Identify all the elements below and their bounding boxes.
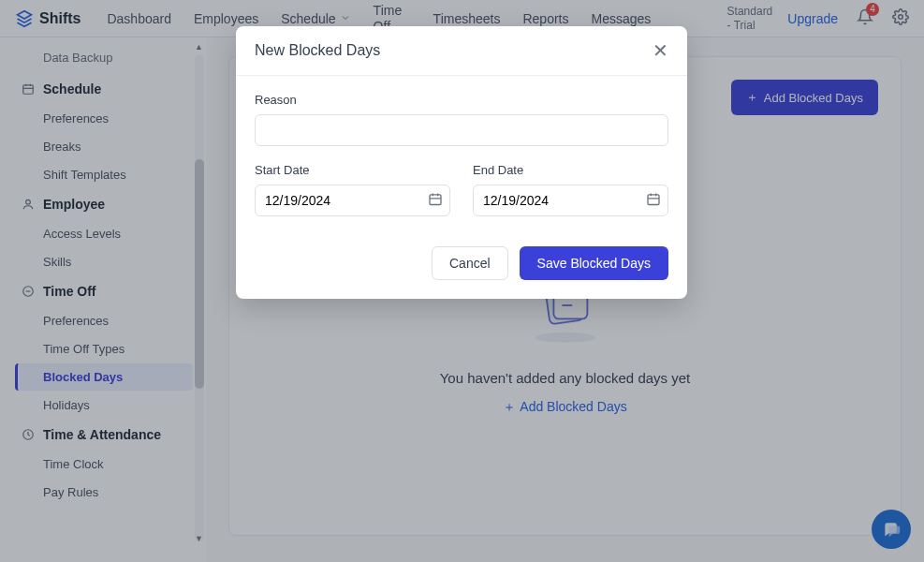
end-date-input[interactable] — [473, 185, 668, 216]
cancel-button[interactable]: Cancel — [432, 246, 508, 280]
reason-input[interactable] — [255, 114, 668, 146]
start-date-input[interactable] — [255, 185, 450, 216]
new-blocked-days-modal: New Blocked Days ✕ Reason Start Date End… — [236, 26, 687, 299]
modal-close-button[interactable]: ✕ — [653, 41, 668, 60]
end-date-label: End Date — [473, 163, 668, 177]
modal-footer: Cancel Save Blocked Days — [236, 224, 687, 299]
close-icon: ✕ — [653, 40, 668, 61]
reason-label: Reason — [255, 93, 668, 107]
modal-header: New Blocked Days ✕ — [236, 26, 687, 76]
modal-title: New Blocked Days — [255, 42, 380, 59]
start-date-label: Start Date — [255, 163, 450, 177]
save-blocked-days-button[interactable]: Save Blocked Days — [520, 246, 668, 280]
modal-body: Reason Start Date End Date — [236, 76, 687, 224]
